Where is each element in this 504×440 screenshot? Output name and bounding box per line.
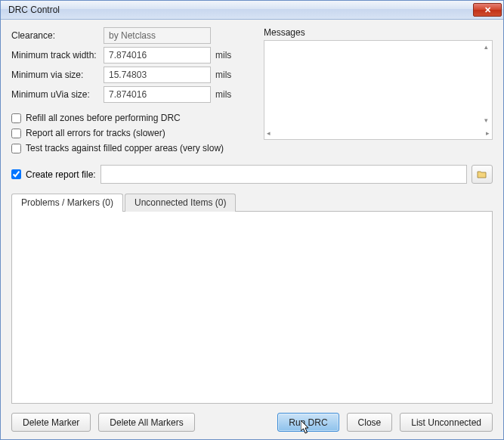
browse-report-button[interactable] (472, 165, 493, 184)
scroll-down-icon[interactable]: ▾ (484, 116, 488, 124)
list-unconnected-button[interactable]: List Unconnected (400, 413, 493, 432)
scroll-up-icon[interactable]: ▴ (484, 43, 488, 51)
report-all-errors-label: Report all errors for tracks (slower) (26, 128, 165, 138)
refill-zones-label: Refill all zones before performing DRC (26, 113, 181, 123)
window-title: DRC Control (8, 5, 473, 15)
via-unit: mils (211, 70, 237, 80)
messages-horizontal-scrollbar[interactable]: ◂ ▸ (267, 129, 490, 138)
window-close-button[interactable]: ✕ (473, 3, 502, 17)
folder-icon (477, 170, 487, 178)
result-tabs: Problems / Markers (0) Unconnected Items… (11, 193, 493, 211)
results-pane[interactable] (11, 211, 493, 404)
min-uvia-size-label: Minimum uVia size: (11, 89, 104, 100)
messages-box[interactable]: ▴ ▾ ◂ ▸ (264, 40, 493, 140)
track-unit: mils (211, 50, 237, 60)
messages-vertical-scrollbar[interactable]: ▴ ▾ (481, 43, 490, 124)
delete-all-markers-button[interactable]: Delete All Markers (98, 413, 194, 432)
report-all-errors-checkbox[interactable] (11, 129, 21, 138)
min-uvia-size-input[interactable] (104, 86, 211, 103)
min-track-width-input[interactable] (104, 47, 211, 64)
uvia-unit: mils (211, 89, 237, 100)
min-via-size-input[interactable] (104, 67, 211, 83)
create-report-checkbox[interactable] (11, 169, 21, 179)
min-via-size-label: Minimum via size: (11, 70, 104, 80)
close-icon: ✕ (484, 6, 491, 14)
create-report-label: Create report file: (26, 169, 96, 180)
button-bar: Delete Marker Delete All Markers Run DRC… (11, 404, 493, 432)
tab-unconnected[interactable]: Unconnected Items (0) (125, 194, 236, 212)
report-file-input[interactable] (100, 165, 467, 184)
titlebar[interactable]: DRC Control ✕ (1, 1, 503, 20)
window-body: Clearance: Minimum track width: mils Min… (1, 20, 503, 439)
messages-label: Messages (264, 27, 493, 38)
min-track-width-label: Minimum track width: (11, 50, 104, 60)
clearance-label: Clearance: (11, 30, 104, 41)
test-copper-checkbox[interactable] (11, 144, 21, 153)
test-copper-label: Test tracks against filled copper areas … (26, 143, 224, 153)
scroll-left-icon[interactable]: ◂ (267, 129, 271, 137)
delete-marker-button[interactable]: Delete Marker (11, 413, 91, 432)
tab-problems[interactable]: Problems / Markers (0) (11, 194, 123, 212)
close-button[interactable]: Close (347, 413, 393, 432)
run-drc-button[interactable]: Run DRC (277, 413, 339, 432)
drc-control-window: DRC Control ✕ Clearance: Minimum track w… (0, 0, 504, 440)
scroll-right-icon[interactable]: ▸ (486, 129, 490, 137)
clearance-input (104, 27, 211, 44)
refill-zones-checkbox[interactable] (11, 113, 21, 123)
